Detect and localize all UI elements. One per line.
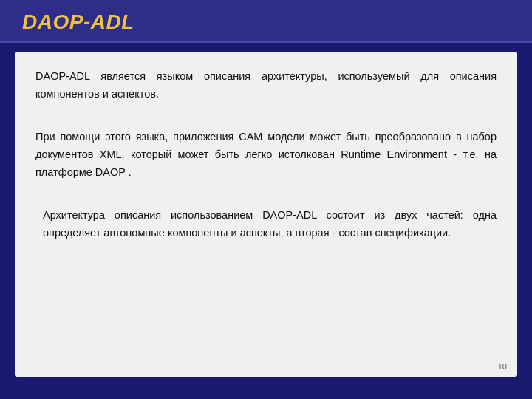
content-area: DAOP-ADL является языком описания архите… bbox=[15, 52, 517, 377]
paragraph-1: DAOP-ADL является языком описания архите… bbox=[35, 68, 497, 103]
header-bar: DAOP-ADL bbox=[0, 0, 532, 43]
page-number: 10 bbox=[498, 362, 507, 371]
slide-title: DAOP-ADL bbox=[22, 10, 134, 33]
paragraph-2: При помощи этого языка, приложения CAM м… bbox=[35, 129, 497, 182]
paragraph-3: Архитектура описания использованием DAOP… bbox=[43, 207, 497, 242]
slide-container: DAOP-ADL DAOP-ADL является языком описан… bbox=[0, 0, 532, 399]
